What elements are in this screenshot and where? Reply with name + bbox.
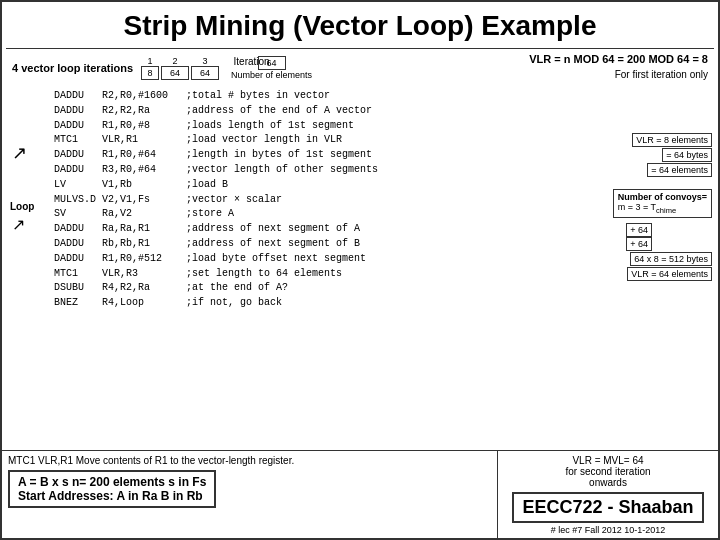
iter-label-1: 1 — [148, 56, 153, 66]
convoys-box: Number of convoys= m = 3 = Tchime — [613, 189, 712, 218]
ab-line1: A = B x s n= 200 elements s in Fs — [18, 475, 206, 489]
arrow-left-2: ↗ — [12, 215, 25, 234]
iter-box-3: 3 64 — [191, 56, 219, 80]
plus64-1-box: + 64 — [626, 223, 652, 237]
code-line-6: DADDU R3,R0,#64 ;vector length of other … — [54, 163, 710, 178]
num-elements-label: Number of elements — [231, 70, 312, 80]
bottom-right: VLR = MVL= 64 for second iteration onwar… — [498, 451, 718, 538]
code-line-2: DADDU R2,R2,Ra ;address of the end of A … — [54, 104, 710, 119]
vector-iterations-label: 4 vector loop iterations — [12, 62, 133, 74]
eq-64-bytes-box: = 64 bytes — [662, 148, 712, 162]
code-line-15: BNEZ R4,Loop ;if not, go back — [54, 296, 710, 311]
eecc-box: EECC722 - Shaaban — [512, 492, 703, 523]
code-line-3: DADDU R1,R0,#8 ;loads length of 1st segm… — [54, 119, 710, 134]
iter-rect-1: 8 — [141, 66, 159, 80]
eecc-label: EECC722 - Shaaban — [522, 497, 693, 518]
iter-box-4: Iteration 64 Number of elements — [231, 56, 312, 80]
code-line-9: SV Ra,V2 ;store A — [54, 207, 710, 222]
for-first-iteration: For first iteration only — [615, 69, 708, 80]
vlr-second-line2: for second iteration — [565, 466, 650, 477]
code-line-12: DADDU R1,R0,#512 ;load byte offset next … — [54, 252, 710, 267]
left-labels: ↗ Loop ↗ — [10, 87, 54, 397]
iter-box-1: 1 8 — [141, 56, 159, 80]
bottom-section: MTC1 VLR,R1 Move contents of R1 to the v… — [2, 450, 718, 538]
vlr-second-line3: onwards — [589, 477, 627, 488]
mtc1-description: MTC1 VLR,R1 Move contents of R1 to the v… — [8, 455, 491, 466]
code-line-10: DADDU Ra,Ra,R1 ;address of next segment … — [54, 222, 710, 237]
iteration-boxes: 1 8 2 64 3 64 Iteration 64 Number of ele… — [141, 56, 314, 80]
code-line-14: DSUBU R4,R2,Ra ;at the end of A? — [54, 281, 710, 296]
bytes-512-box: 64 x 8 = 512 bytes — [630, 252, 712, 266]
vlr-second-info: VLR = MVL= 64 for second iteration onwar… — [565, 455, 650, 488]
main-container: Strip Mining (Vector Loop) Example 4 vec… — [0, 0, 720, 540]
eq-64-elements-box: = 64 elements — [647, 163, 712, 177]
convoys-label: Number of convoys= — [618, 192, 707, 202]
iter-label-2: 2 — [173, 56, 178, 66]
iter-rect-3: 64 — [191, 66, 219, 80]
code-line-8: MULVS.D V2,V1,Fs ;vector × scalar — [54, 193, 710, 208]
loop-label: Loop — [10, 201, 34, 212]
iteration-text: Iteration — [234, 56, 270, 67]
ab-line2: Start Addresses: A in Ra B in Rb — [18, 489, 206, 503]
code-line-4: MTC1 VLR,R1 ;load vector length in VLR — [54, 133, 710, 148]
code-line-11: DADDU Rb,Rb,R1 ;address of next segment … — [54, 237, 710, 252]
code-block: DADDU R2,R0,#1600 ;total # bytes in vect… — [54, 87, 710, 397]
bottom-left: MTC1 VLR,R1 Move contents of R1 to the v… — [2, 451, 498, 538]
iter-rect-2: 64 — [161, 66, 189, 80]
plus64-2-box: + 64 — [626, 237, 652, 251]
code-line-1: DADDU R2,R0,#1600 ;total # bytes in vect… — [54, 89, 710, 104]
page-title: Strip Mining (Vector Loop) Example — [6, 6, 714, 49]
code-line-13: MTC1 VLR,R3 ;set length to 64 elements — [54, 267, 710, 282]
top-bar: 4 vector loop iterations 1 8 2 64 3 64 I… — [6, 49, 714, 87]
ab-info-box: A = B x s n= 200 elements s in Fs Start … — [8, 470, 216, 508]
code-line-7: LV V1,Rb ;load B — [54, 178, 710, 193]
vlr-second-line1: VLR = MVL= 64 — [572, 455, 643, 466]
course-info: # lec #7 Fall 2012 10-1-2012 — [551, 525, 666, 535]
arrow-left-1: ↗ — [12, 144, 27, 162]
convoys-value: m = 3 = Tchime — [618, 202, 707, 215]
vlr-8-elements-box: VLR = 8 elements — [632, 133, 712, 147]
code-line-5: DADDU R1,R0,#64 ;length in bytes of 1st … — [54, 148, 710, 163]
vlr-formula: VLR = n MOD 64 = 200 MOD 64 = 8 — [529, 53, 708, 65]
vlr-64-elements-box: VLR = 64 elements — [627, 267, 712, 281]
iter-label-3: 3 — [203, 56, 208, 66]
iter-box-2: 2 64 — [161, 56, 189, 80]
